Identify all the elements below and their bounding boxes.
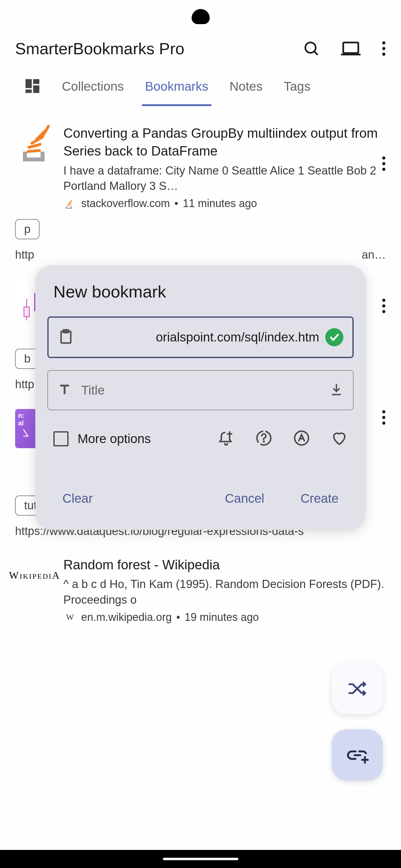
more-options-checkbox[interactable] [53, 431, 68, 446]
help-circle-icon[interactable] [256, 430, 272, 447]
more-options-label: More options [78, 432, 209, 446]
title-input-group[interactable] [47, 370, 354, 410]
dialog-overlay: New bookmark More options [0, 0, 401, 868]
heart-icon[interactable] [331, 430, 348, 447]
clear-button[interactable]: Clear [53, 485, 102, 512]
url-input-group[interactable] [47, 316, 354, 358]
url-input[interactable] [83, 330, 319, 344]
cancel-button[interactable]: Cancel [216, 485, 274, 512]
clipboard-icon [58, 329, 74, 346]
nav-bar [0, 850, 401, 868]
a-refresh-icon[interactable] [293, 430, 310, 447]
new-bookmark-dialog: New bookmark More options [35, 265, 366, 530]
check-success-icon [325, 328, 343, 346]
text-icon [57, 382, 72, 398]
title-input[interactable] [81, 383, 329, 398]
nav-handle[interactable] [163, 858, 238, 860]
svg-point-43 [263, 441, 264, 442]
download-icon[interactable] [329, 381, 344, 399]
dialog-title: New bookmark [35, 282, 366, 316]
create-button[interactable]: Create [291, 485, 348, 512]
more-options-row: More options [35, 422, 366, 455]
dialog-actions: Clear Cancel Create [35, 455, 366, 521]
bell-plus-icon[interactable] [218, 430, 234, 447]
